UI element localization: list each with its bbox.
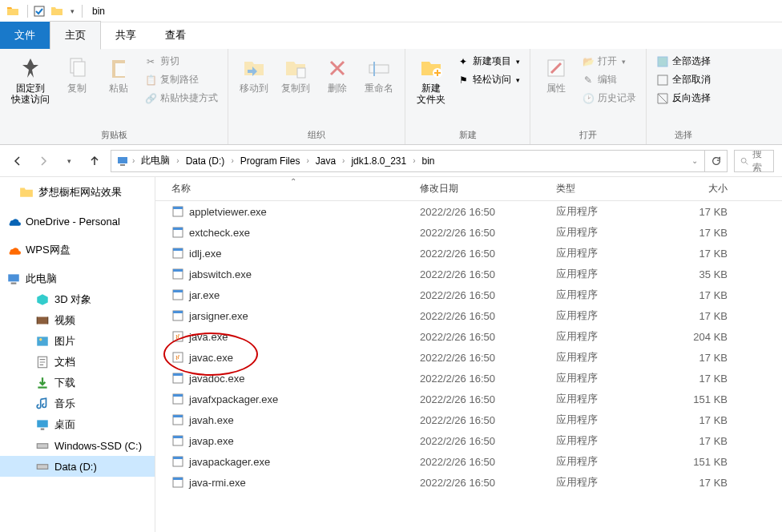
history-button[interactable]: 🕑历史记录 [578,89,639,107]
qat-dropdown-icon[interactable]: ▾ [68,7,77,15]
tree-item-downloads[interactable]: 下载 [0,373,155,393]
tree-item-videos[interactable]: 视频 [0,310,155,331]
breadcrumb[interactable]: › 此电脑 › Data (D:) › Program Files › Java… [111,150,705,172]
newfolder-button[interactable]: 新建 文件夹 [412,52,450,108]
ribbon-group-open: 属性 📂打开▾ ✎编辑 🕑历史记录 打开 [530,49,647,144]
newfolder-icon [418,55,444,81]
chevron-right-icon[interactable]: › [229,156,235,165]
pin-quickaccess-button[interactable]: 固定到 快速访问 [6,52,54,108]
cut-button[interactable]: ✂剪切 [141,52,221,71]
rename-button[interactable]: 重命名 [360,52,398,97]
file-row[interactable]: jarsigner.exe2022/2/26 16:50应用程序17 KB [155,305,782,326]
file-row[interactable]: jar.exe2022/2/26 16:50应用程序17 KB [155,284,782,305]
nav-back-button[interactable] [8,151,27,171]
col-date[interactable]: 修改日期 [420,182,556,195]
copy-button[interactable]: 复制 [58,52,96,97]
delete-icon [324,55,350,81]
chevron-right-icon[interactable]: › [411,156,417,165]
chevron-down-icon[interactable]: ⌄ [690,156,699,165]
breadcrumb-seg[interactable]: Data (D:) [183,154,228,168]
col-type[interactable]: 类型 [556,182,676,195]
tree-item-pictures[interactable]: 图片 [0,331,155,352]
breadcrumb-seg[interactable]: Java [312,154,339,168]
tab-file[interactable]: 文件 [0,22,50,49]
file-row[interactable]: javap.exe2022/2/26 16:50应用程序17 KB [155,430,782,451]
tree-item-documents[interactable]: 文档 [0,352,155,373]
file-date: 2022/2/26 16:50 [420,227,556,239]
address-bar: ▾ › 此电脑 › Data (D:) › Program Files › Ja… [0,145,782,177]
col-size[interactable]: 大小 [676,182,740,195]
tree-item-3dobjects[interactable]: 3D 对象 [0,289,155,310]
documents-icon [35,355,50,369]
nav-recent-button[interactable]: ▾ [59,151,79,171]
tab-view[interactable]: 查看 [151,22,200,49]
newitem-icon: ✦ [457,55,470,68]
file-name: jarsigner.exe [189,310,248,322]
pin-icon [18,55,43,81]
edit-icon: ✎ [582,74,595,87]
file-row[interactable]: java-rmi.exe2022/2/26 16:50应用程序17 KB [155,472,782,493]
nav-forward-button[interactable] [34,151,53,171]
newitem-button[interactable]: ✦新建项目▾ [453,52,523,71]
svg-rect-15 [8,274,19,281]
tree-item-music[interactable]: 音乐 [0,393,155,414]
copyto-button[interactable]: 复制到 [276,52,315,97]
breadcrumb-seg[interactable]: bin [419,154,438,168]
properties-button[interactable]: 属性 [537,52,575,97]
file-row[interactable]: javafxpackager.exe2022/2/26 16:50应用程序151… [155,389,782,409]
tree-item-drive-c[interactable]: Windows-SSD (C:) [0,435,155,456]
moveto-button[interactable]: 移动到 [235,52,273,97]
chevron-right-icon[interactable]: › [304,156,310,165]
file-row[interactable]: javapackager.exe2022/2/26 16:50应用程序151 K… [155,451,782,472]
selectall-button[interactable]: 全部选择 [653,52,714,71]
file-row[interactable]: extcheck.exe2022/2/26 16:50应用程序17 KB [155,222,782,243]
invertselect-button[interactable]: 反向选择 [653,89,714,107]
file-name: javafxpackager.exe [189,393,278,405]
chevron-right-icon[interactable]: › [175,156,180,165]
copypath-button[interactable]: 📋复制路径 [141,71,221,89]
breadcrumb-seg[interactable]: jdk1.8.0_231 [348,154,409,168]
refresh-button[interactable] [705,150,728,172]
file-row[interactable]: javac.exe2022/2/26 16:50应用程序17 KB [155,347,782,368]
tree-item-drive-d[interactable]: Data (D:) [0,456,155,477]
tab-home[interactable]: 主页 [50,21,101,50]
chevron-right-icon[interactable]: › [341,156,346,165]
file-row[interactable]: jabswitch.exe2022/2/26 16:50应用程序35 KB [155,264,782,284]
file-row[interactable]: appletviewer.exe2022/2/26 16:50应用程序17 KB [155,201,782,222]
breadcrumb-seg[interactable]: 此电脑 [138,152,173,169]
file-row[interactable]: java.exe2022/2/26 16:50应用程序204 KB [155,326,782,347]
paste-shortcut-button[interactable]: 🔗粘贴快捷方式 [141,89,221,107]
open-icon: 📂 [582,55,595,68]
file-date: 2022/2/26 16:50 [420,373,556,385]
tab-share[interactable]: 共享 [101,22,151,49]
file-type: 应用程序 [556,308,676,323]
easyaccess-button[interactable]: ⚑轻松访问▾ [453,71,523,89]
file-type: 应用程序 [556,413,676,427]
file-size: 151 KB [676,393,740,405]
selectnone-button[interactable]: 全部取消 [653,71,714,89]
svg-rect-22 [41,429,45,430]
tree-item-folder[interactable]: 梦想橱柜网站效果 [0,182,155,203]
qat-checkbox-icon[interactable] [33,5,46,18]
tree-item-onedrive[interactable]: OneDrive - Personal [0,211,155,232]
file-type: 应用程序 [556,454,676,469]
chevron-right-icon[interactable]: › [131,156,136,165]
col-name[interactable]: 名称 [155,182,420,195]
tree-item-thispc[interactable]: 此电脑 [0,268,155,289]
delete-button[interactable]: 删除 [318,52,357,97]
search-input[interactable]: 搜索 [734,150,774,172]
tree-item-desktop[interactable]: 桌面 [0,414,155,435]
open-button[interactable]: 📂打开▾ [578,52,639,71]
file-row[interactable]: javadoc.exe2022/2/26 16:50应用程序17 KB [155,368,782,389]
tree-item-wps[interactable]: WPS网盘 [0,240,155,260]
svg-rect-13 [120,164,125,166]
qat-folder-icon[interactable] [50,5,63,18]
file-row[interactable]: idlj.exe2022/2/26 16:50应用程序17 KB [155,243,782,264]
file-date: 2022/2/26 16:50 [420,477,556,489]
edit-button[interactable]: ✎编辑 [578,71,639,89]
file-row[interactable]: javah.exe2022/2/26 16:50应用程序17 KB [155,409,782,430]
nav-up-button[interactable] [85,151,104,171]
breadcrumb-seg[interactable]: Program Files [237,154,304,168]
paste-button[interactable]: 粘贴 [99,52,138,97]
file-date: 2022/2/26 16:50 [420,331,556,343]
